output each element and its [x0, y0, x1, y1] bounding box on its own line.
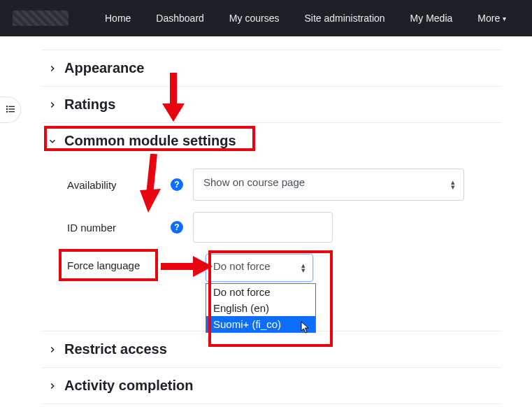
option-label: Suomi+ (fi_co) [213, 318, 281, 330]
list-icon [5, 103, 16, 117]
section-appearance-title: Appearance [64, 60, 145, 76]
id-number-label: ID number [67, 222, 116, 234]
cursor-icon [300, 321, 311, 334]
settings-sections: Entries Appearance Ratings Common module… [42, 28, 501, 407]
nav-dashboard-label: Dashboard [156, 13, 204, 24]
chevron-right-icon [48, 100, 57, 110]
force-language-select[interactable]: Do not force ▴▾ [206, 254, 313, 282]
availability-label: Availability [67, 179, 117, 191]
svg-rect-3 [8, 108, 15, 109]
field-availability: Availability ? Show on course page ▴▾ [42, 163, 501, 206]
svg-rect-4 [6, 110, 8, 112]
section-common-module[interactable]: Common module settings [42, 122, 501, 159]
id-number-input[interactable] [193, 212, 333, 243]
chevron-right-icon [48, 345, 57, 355]
section-common-module-title: Common module settings [64, 133, 236, 149]
chevron-right-icon [48, 381, 57, 391]
help-icon[interactable]: ? [171, 178, 183, 191]
id-number-label-wrap: ID number ? [67, 221, 193, 234]
force-language-label: Force language [67, 259, 140, 271]
nav-more-label: More [477, 13, 500, 24]
field-force-language: Force language Do not force ▴▾ Do not fo… [42, 248, 501, 311]
open-index-drawer-button[interactable] [0, 97, 21, 123]
nav-site-admin-label: Site administration [304, 13, 384, 24]
option-english[interactable]: English (en) [206, 300, 315, 316]
svg-rect-5 [8, 111, 15, 112]
option-do-not-force[interactable]: Do not force [206, 284, 315, 300]
force-language-value: Do not force [213, 260, 271, 272]
option-label: English (en) [213, 302, 269, 314]
svg-rect-0 [6, 106, 8, 107]
option-label: Do not force [213, 286, 271, 298]
availability-select[interactable]: Show on course page ▴▾ [193, 169, 464, 201]
force-language-label-wrap: Force language [67, 254, 193, 271]
chevron-right-icon [48, 64, 57, 73]
force-language-options: Do not force English (en) Suomi+ (fi_co) [206, 283, 316, 333]
section-activity-completion[interactable]: Activity completion [42, 367, 501, 404]
chevron-down-icon: ▾ [503, 15, 506, 22]
section-tags[interactable]: Tags [42, 404, 501, 407]
brand-logo[interactable] [13, 10, 69, 26]
section-entries[interactable]: Entries [42, 28, 501, 50]
section-restrict-access-title: Restrict access [64, 341, 167, 357]
nav-my-courses-label: My courses [229, 13, 280, 24]
nav-my-media-label: My Media [410, 13, 453, 24]
svg-rect-1 [8, 106, 15, 106]
svg-rect-2 [6, 108, 8, 110]
availability-value: Show on course page [203, 176, 305, 188]
section-ratings-title: Ratings [64, 97, 115, 113]
updown-icon: ▴▾ [301, 263, 305, 273]
availability-label-wrap: Availability ? [67, 178, 193, 191]
force-language-dropdown: Do not force ▴▾ Do not force English (en… [206, 254, 313, 282]
section-restrict-access[interactable]: Restrict access [42, 331, 501, 367]
updown-icon: ▴▾ [451, 180, 455, 190]
section-ratings[interactable]: Ratings [42, 86, 501, 122]
option-suomi[interactable]: Suomi+ (fi_co) [206, 316, 315, 332]
nav-home-label: Home [105, 13, 131, 24]
section-appearance[interactable]: Appearance [42, 50, 501, 86]
section-activity-completion-title: Activity completion [64, 378, 193, 394]
common-module-body: Availability ? Show on course page ▴▾ ID… [42, 159, 501, 314]
chevron-down-icon [48, 136, 57, 146]
help-icon[interactable]: ? [171, 221, 183, 234]
field-id-number: ID number ? [42, 206, 501, 248]
